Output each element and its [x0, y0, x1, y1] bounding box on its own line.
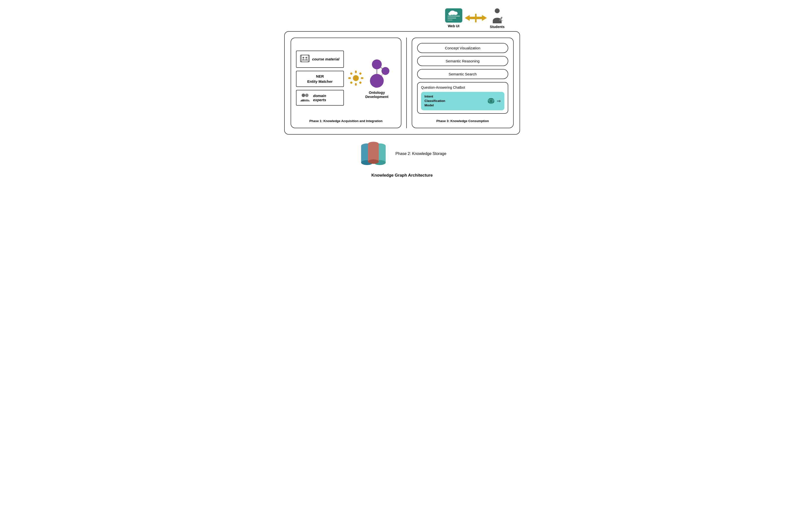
svg-marker-8 — [477, 15, 487, 21]
phase2-label: Phase 2: Knowledge Storage — [396, 152, 446, 156]
concept-visualization-box: Concept Visualization — [417, 43, 508, 53]
book-icon — [300, 54, 310, 65]
people-icon — [300, 93, 311, 103]
svg-rect-29 — [359, 81, 362, 84]
svg-point-3 — [448, 12, 452, 15]
phase1-content: course material NER Entity Matcher — [296, 43, 396, 113]
database-cylinders-icon — [358, 139, 389, 169]
qa-chatbot-title: Question-Answering Chatbot — [421, 86, 504, 90]
domain-experts-box: domain experts — [296, 90, 344, 106]
svg-rect-4 — [447, 16, 460, 17]
intent-label: Intent Classification Model — [424, 94, 485, 108]
brain-icon — [487, 97, 495, 105]
svg-rect-9 — [475, 14, 477, 22]
svg-rect-45 — [368, 144, 379, 162]
qa-chatbot-box: Question-Answering Chatbot Intent Classi… — [417, 82, 508, 114]
phase3-box: Concept Visualization Semantic Reasoning… — [412, 38, 513, 128]
svg-rect-22 — [355, 71, 357, 73]
phase1-box: course material NER Entity Matcher — [291, 38, 402, 128]
svg-rect-6 — [447, 20, 453, 20]
svg-point-10 — [495, 8, 500, 13]
ontology-label: Ontology Development — [365, 90, 388, 99]
students-block: Students — [489, 7, 505, 29]
ontology-graph-svg — [360, 57, 394, 90]
course-material-label: course material — [312, 57, 340, 61]
svg-rect-26 — [350, 72, 353, 75]
svg-point-15 — [302, 57, 304, 58]
gear-icon — [348, 70, 364, 86]
svg-point-17 — [302, 94, 305, 97]
svg-point-16 — [305, 57, 307, 58]
ner-label: NER Entity Matcher — [300, 74, 340, 84]
course-material-box: course material — [296, 51, 344, 68]
students-label: Students — [490, 25, 504, 29]
web-ui-block: Web UI — [445, 8, 462, 28]
phase1-left-column: course material NER Entity Matcher — [296, 51, 344, 106]
intent-classification-box: Intent Classification Model ⇒ — [421, 92, 504, 110]
svg-rect-14 — [301, 55, 308, 62]
svg-marker-7 — [465, 15, 475, 21]
svg-point-18 — [305, 94, 308, 97]
phase1-right-column: Ontology Development — [348, 57, 396, 99]
svg-rect-0 — [445, 8, 462, 23]
svg-rect-24 — [348, 77, 351, 79]
phase1-label: Phase 1: Knowledge Acquisition and Integ… — [296, 119, 396, 123]
main-architecture-box: course material NER Entity Matcher — [284, 31, 520, 135]
student-icon — [489, 7, 505, 23]
svg-point-34 — [382, 67, 389, 75]
domain-experts-label: domain experts — [313, 94, 340, 102]
svg-rect-13 — [301, 55, 309, 62]
arrow-right-icon: ⇒ — [497, 98, 501, 104]
ontology-graph: Ontology Development — [360, 57, 394, 99]
top-icons-area: Web UI Students — [284, 7, 520, 29]
web-ui-icon — [445, 8, 462, 23]
svg-point-21 — [355, 77, 357, 79]
phase2-area: Phase 2: Knowledge Storage — [284, 139, 520, 169]
svg-rect-27 — [359, 72, 362, 75]
bottom-caption: Knowledge Graph Architecture — [371, 173, 433, 178]
svg-rect-28 — [350, 81, 353, 84]
ner-entity-box: NER Entity Matcher — [296, 71, 344, 87]
semantic-search-box: Semantic Search — [417, 69, 508, 79]
svg-marker-12 — [502, 20, 503, 21]
phase3-label: Phase 3: Knowledge Consumption — [417, 119, 508, 123]
svg-point-2 — [453, 12, 458, 15]
phase-divider — [406, 38, 407, 128]
svg-rect-23 — [355, 83, 357, 86]
svg-point-46 — [368, 159, 379, 164]
svg-point-33 — [372, 59, 382, 69]
semantic-reasoning-box: Semantic Reasoning — [417, 56, 508, 66]
svg-point-35 — [370, 74, 384, 88]
svg-rect-25 — [361, 77, 363, 79]
double-arrow-icon — [465, 11, 487, 25]
web-ui-label: Web UI — [448, 24, 459, 28]
svg-rect-5 — [447, 18, 456, 18]
